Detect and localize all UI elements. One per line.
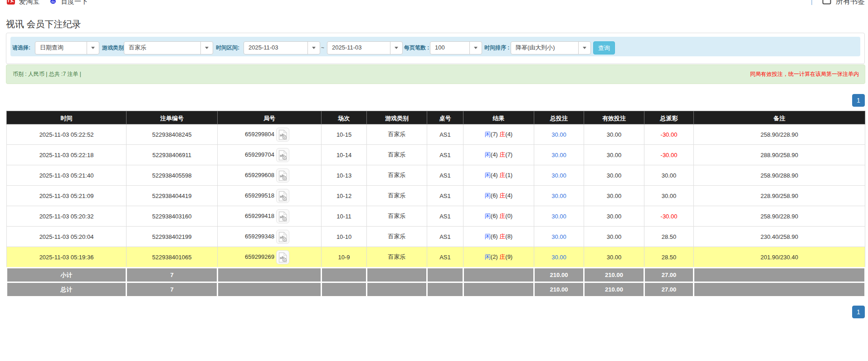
svg-text:du: du <box>51 0 55 3</box>
